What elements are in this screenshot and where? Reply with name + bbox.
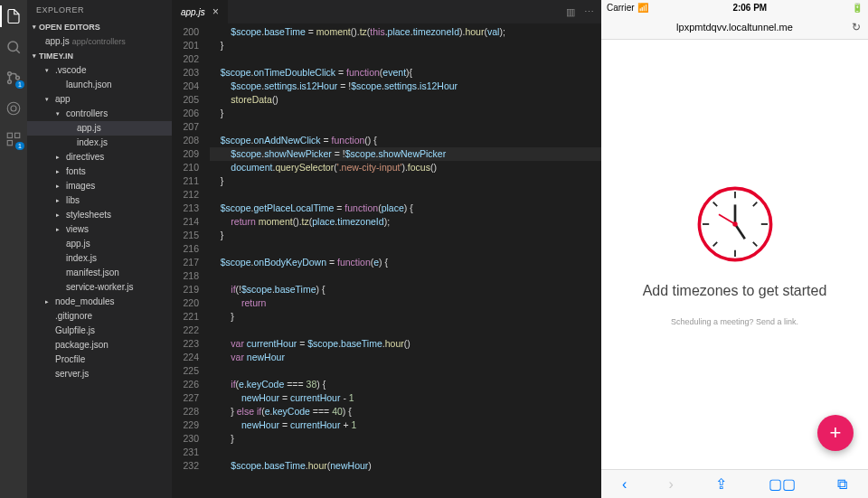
activity-bar: 1 1 [0,0,27,498]
bookmarks-icon[interactable]: ▢▢ [769,475,796,493]
open-editors-header[interactable]: ▾OPEN EDITORS [27,20,172,34]
empty-state-sub: Scheduling a meeting? Send a link. [671,317,798,326]
svg-line-16 [752,202,757,206]
source-control-icon[interactable]: 1 [5,69,23,87]
explorer-icon[interactable] [5,7,23,25]
code-area[interactable]: 2002012022032042052062072082092102112122… [172,23,601,498]
tab-bar: app.js× ▥ ⋯ [172,0,601,23]
file-item[interactable]: app.js [27,237,172,251]
svg-point-0 [8,42,18,52]
folder-item[interactable]: ▾controllers [27,107,172,121]
svg-line-21 [719,214,735,224]
folder-item[interactable]: ▸libs [27,193,172,208]
editor-actions: ▥ ⋯ [559,0,601,23]
debug-icon[interactable] [5,99,23,117]
file-item[interactable]: .gitignore [27,309,172,324]
project-header[interactable]: ▾TIMEY.IN [27,49,172,63]
ios-status-bar: Carrier 📶 2:06 PM 🔋 [601,0,868,14]
file-item[interactable]: index.js [27,136,172,150]
sidebar-title: EXPLORER [27,0,172,20]
svg-rect-9 [7,141,12,146]
extensions-icon[interactable]: 1 [5,130,23,148]
folder-item[interactable]: ▸node_modules [27,295,172,309]
folder-item[interactable]: ▸stylesheets [27,208,172,222]
clock-icon [694,183,776,265]
svg-point-5 [7,102,20,115]
page-content: Add timezones to get started Scheduling … [601,40,868,469]
forward-icon[interactable]: › [668,476,673,493]
open-editor-item[interactable]: app.js app/controllers [27,34,172,49]
close-icon[interactable]: × [212,5,219,18]
folder-item[interactable]: ▸fonts [27,164,172,179]
safari-url-bar[interactable]: lpxpmtdqvv.localtunnel.me ↻ [601,14,868,40]
wifi-icon: 📶 [637,3,648,13]
file-item[interactable]: package.json [27,338,172,352]
reload-icon[interactable]: ↻ [852,21,861,33]
svg-rect-7 [7,133,12,137]
folder-item[interactable]: ▸directives [27,150,172,164]
safari-toolbar: ‹ › ⇪ ▢▢ ⧉ [601,469,868,498]
ios-simulator: Carrier 📶 2:06 PM 🔋 lpxpmtdqvv.localtunn… [601,0,868,498]
share-icon[interactable]: ⇪ [715,475,727,493]
svg-line-19 [735,224,745,239]
empty-state-heading: Add timezones to get started [643,283,827,299]
folder-item[interactable]: ▾.vscode [27,63,172,78]
line-numbers: 2002012022032042052062072082092102112122… [172,23,204,498]
sidebar: EXPLORER ▾OPEN EDITORS app.js app/contro… [27,0,172,498]
svg-point-22 [732,221,737,226]
file-item[interactable]: Gulpfile.js [27,324,172,338]
split-editor-icon[interactable]: ▥ [566,6,575,18]
svg-line-15 [712,202,717,206]
chevron-down-icon: ▾ [33,52,36,60]
chevron-down-icon: ▾ [33,23,36,31]
svg-point-4 [16,76,20,80]
svg-line-18 [752,241,757,246]
file-item[interactable]: server.js [27,367,172,381]
tab-app-js[interactable]: app.js× [172,0,228,23]
search-icon[interactable] [5,38,23,56]
more-icon[interactable]: ⋯ [584,6,594,18]
url-text: lpxpmtdqvv.localtunnel.me [676,22,793,33]
svg-line-1 [16,50,20,53]
back-icon[interactable]: ‹ [622,476,627,493]
status-time: 2:06 PM [732,3,767,13]
battery-icon: 🔋 [852,3,863,13]
file-item[interactable]: Procfile [27,352,172,367]
carrier-label: Carrier [607,3,635,13]
svg-point-6 [11,106,16,111]
folder-item[interactable]: ▸images [27,179,172,193]
svg-rect-8 [15,133,20,137]
file-item[interactable]: manifest.json [27,266,172,280]
folder-item[interactable]: ▸views [27,222,172,237]
file-item[interactable]: launch.json [27,78,172,92]
svg-point-2 [8,72,12,76]
file-tree: ▾.vscodelaunch.json▾app▾controllersapp.j… [27,63,172,498]
folder-item[interactable]: ▾app [27,92,172,107]
editor: app.js× ▥ ⋯ 2002012022032042052062072082… [172,0,601,498]
code-content[interactable]: $scope.baseTime = moment().tz(this.place… [204,23,601,498]
svg-point-3 [8,80,12,84]
add-button[interactable]: + [817,415,854,451]
svg-line-17 [712,241,717,246]
tabs-icon[interactable]: ⧉ [837,476,847,493]
file-item[interactable]: index.js [27,251,172,266]
file-item[interactable]: app.js [27,121,172,136]
vscode-window: 1 1 EXPLORER ▾OPEN EDITORS app.js app/co… [0,0,601,498]
file-item[interactable]: service-worker.js [27,280,172,295]
